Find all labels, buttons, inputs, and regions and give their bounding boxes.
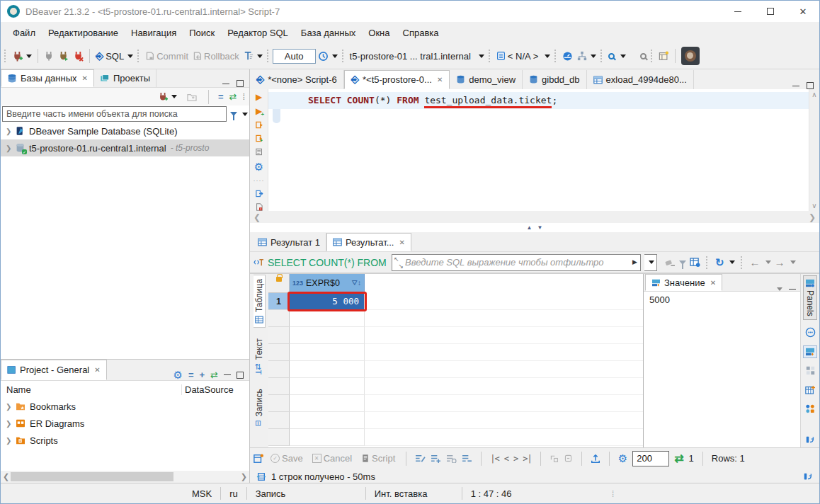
disconnect-button[interactable] xyxy=(71,47,86,65)
transaction-history-button[interactable] xyxy=(316,47,340,65)
sash-down-icon[interactable]: ▼ xyxy=(537,224,543,231)
new-folder-button[interactable] xyxy=(185,88,199,105)
link-with-editor-icon[interactable]: ⇄ xyxy=(210,370,218,379)
view-menu-icon[interactable] xyxy=(777,287,782,291)
tab-demo-view[interactable]: demo_view xyxy=(450,70,523,89)
grid-settings-icon[interactable] xyxy=(690,258,700,267)
reconnect-button[interactable] xyxy=(56,47,71,65)
calc-panel-icon[interactable] xyxy=(803,365,817,377)
status-more-icon[interactable]: ⁞ xyxy=(612,489,615,498)
duplicate-row-icon[interactable] xyxy=(446,454,457,463)
tab-gibdd-db[interactable]: gibdd_db xyxy=(523,70,587,89)
expand-chevron-icon[interactable]: ❯ xyxy=(6,403,11,411)
fetch-all-icon[interactable] xyxy=(564,454,573,463)
close-icon[interactable]: ✕ xyxy=(710,279,716,287)
fetch-page-icon[interactable] xyxy=(549,454,559,463)
scroll-down-icon[interactable]: ∨ xyxy=(812,202,816,210)
scroll-up-icon[interactable]: ∧ xyxy=(812,91,816,98)
export-result-icon[interactable] xyxy=(254,190,264,197)
explain-plan-icon[interactable] xyxy=(254,148,264,156)
presentation-tab-text[interactable]: ⇄T Текст xyxy=(254,335,265,378)
close-icon[interactable]: ✕ xyxy=(437,76,443,84)
menu-windows[interactable]: Окна xyxy=(362,25,396,41)
minimize-panel-icon[interactable] xyxy=(222,84,229,84)
tree-item-bookmarks[interactable]: ❯ Bookmarks xyxy=(1,398,249,415)
minimize-editor-icon[interactable] xyxy=(792,86,799,86)
expand-filter-icon[interactable] xyxy=(395,259,402,266)
execute-new-tab-icon[interactable]: ▶+ xyxy=(256,107,262,115)
tab-script-6[interactable]: ⎆ *<none> Script-6 xyxy=(250,70,344,89)
scroll-right-icon[interactable]: ❯ xyxy=(809,212,816,222)
network-button[interactable] xyxy=(575,47,598,65)
filter-sort-icon[interactable]: ⛛↕ xyxy=(352,279,361,287)
link-with-editor-icon[interactable]: ⇄ xyxy=(229,92,237,101)
expand-all-icon[interactable]: + xyxy=(200,370,205,379)
maximize-button[interactable] xyxy=(754,1,787,22)
prev-row-button[interactable]: < xyxy=(504,454,508,464)
tree-item-scripts[interactable]: ❯ Scripts xyxy=(1,432,249,449)
value-panel-toggle-icon[interactable] xyxy=(803,345,817,358)
navigator-new-connection-button[interactable] xyxy=(156,88,179,105)
column-datasource[interactable]: DataSource xyxy=(181,384,249,395)
delete-row-icon[interactable] xyxy=(462,454,472,463)
open-perspective-button[interactable] xyxy=(656,47,671,65)
commit-mode-selector[interactable]: Auto xyxy=(273,49,316,64)
more-icon[interactable]: ···· xyxy=(254,178,265,184)
grouping-panel-icon[interactable] xyxy=(803,326,817,339)
grid-corner-cell[interactable] xyxy=(268,274,290,293)
tree-item-sample-database[interactable]: ❯ DBeaver Sample Database (SQLite) xyxy=(1,122,249,139)
result-settings-gear-icon[interactable]: ⚙ xyxy=(618,453,627,464)
new-connection-button[interactable] xyxy=(10,47,34,65)
tab-result-2-active[interactable]: Результат... ✕ xyxy=(326,233,411,251)
editor-settings-gear-icon[interactable]: ⚙ xyxy=(254,161,263,172)
gear-icon[interactable]: ⚙ xyxy=(173,370,182,380)
menu-navigation[interactable]: Навигация xyxy=(125,25,183,41)
save-button[interactable]: ✓ Save xyxy=(268,449,305,467)
view-menu-icon[interactable]: ⁞ xyxy=(242,92,245,101)
metadata-panel-icon[interactable] xyxy=(803,384,817,396)
dbeaver-home-button[interactable] xyxy=(681,47,700,65)
tab-databases[interactable]: Базы данных ✕ xyxy=(1,69,94,87)
fetch-size-input[interactable] xyxy=(632,451,669,466)
close-icon[interactable]: ✕ xyxy=(94,366,100,374)
apply-filter-arrow-icon[interactable]: ▶ xyxy=(632,259,637,265)
scroll-left-icon[interactable]: ❮ xyxy=(254,212,261,222)
filter-expression-input[interactable] xyxy=(405,257,630,268)
toggle-panels-layout-icon[interactable] xyxy=(805,435,815,445)
sql-editor-button[interactable]: ⎆ SQL xyxy=(93,47,135,65)
record-mode-indicator[interactable]: Запись xyxy=(246,487,365,500)
row-header-1[interactable]: 1 xyxy=(268,293,290,310)
expand-chevron-icon[interactable]: ❯ xyxy=(6,420,11,428)
rollback-button[interactable]: Rollback xyxy=(190,47,241,65)
active-schema-selector[interactable]: < N/A > xyxy=(494,47,552,65)
editor-vertical-scrollbar[interactable]: ∧ ∨ xyxy=(809,89,819,211)
panels-toggle-button[interactable]: Panels xyxy=(803,275,817,320)
execute-script-new-tab-icon[interactable] xyxy=(254,134,264,142)
scrollbar-thumb[interactable] xyxy=(11,472,173,481)
script-button[interactable]: Script xyxy=(359,449,397,467)
chevron-down-icon[interactable] xyxy=(765,260,771,264)
value-content[interactable]: 5000 xyxy=(644,292,800,308)
expand-chevron-icon[interactable]: ❯ xyxy=(6,144,11,152)
column-header-expr0[interactable]: 123 EXPR$0 ⛛↕ xyxy=(290,274,365,293)
close-icon[interactable]: ✕ xyxy=(399,239,405,246)
refresh-results-icon[interactable]: ↻ xyxy=(715,257,724,268)
edit-mode-icon[interactable] xyxy=(254,454,263,464)
expand-chevron-icon[interactable]: ❯ xyxy=(6,127,11,135)
aggregate-panel-icon[interactable] xyxy=(803,403,817,416)
scroll-left-icon[interactable]: ❮ xyxy=(3,472,9,481)
close-icon[interactable]: ✕ xyxy=(82,74,88,82)
menu-sql-editor[interactable]: Редактор SQL xyxy=(221,25,295,41)
insert-mode-indicator[interactable]: Инт. вставка xyxy=(365,487,462,500)
nav-forward-icon[interactable]: → xyxy=(775,257,785,268)
maximize-panel-icon[interactable] xyxy=(237,372,244,379)
presentation-tab-grid[interactable]: Таблица xyxy=(254,275,266,328)
minimize-panel-icon[interactable] xyxy=(224,374,231,375)
save-filter-icon[interactable] xyxy=(679,260,686,265)
transaction-log-button[interactable] xyxy=(241,47,265,65)
sql-code-area[interactable]: SELECT COUNT(*) FROM test_upload_data.ti… xyxy=(268,89,809,211)
active-connection-selector[interactable]: t5-prostore-01 ... tral1.internal xyxy=(348,47,486,65)
output-log-icon[interactable] xyxy=(254,203,264,211)
sash-up-icon[interactable]: ▲ xyxy=(527,224,533,231)
execute-statement-icon[interactable]: ▶ xyxy=(256,93,262,101)
